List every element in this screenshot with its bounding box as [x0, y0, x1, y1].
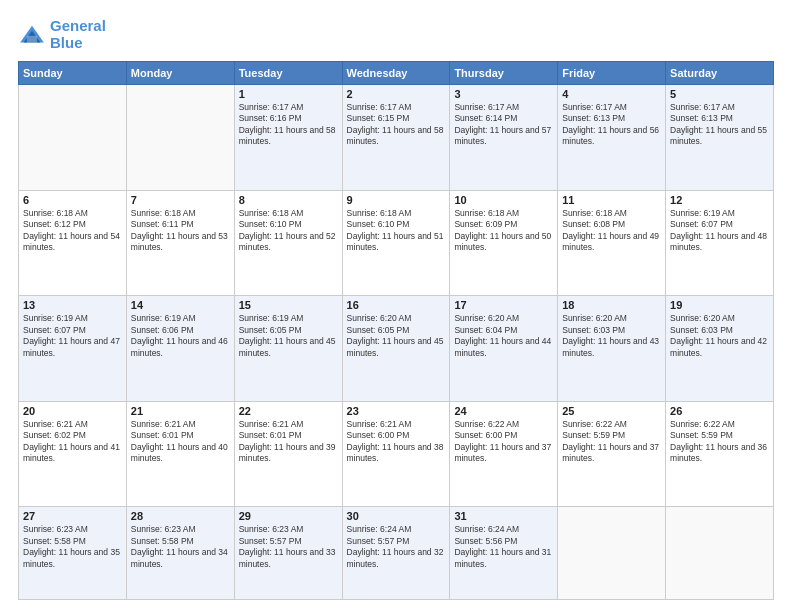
calendar-cell: 23Sunrise: 6:21 AM Sunset: 6:00 PM Dayli… [342, 401, 450, 507]
calendar-cell: 2Sunrise: 6:17 AM Sunset: 6:15 PM Daylig… [342, 85, 450, 191]
col-sunday: Sunday [19, 62, 127, 85]
day-info: Sunrise: 6:18 AM Sunset: 6:10 PM Dayligh… [239, 208, 338, 254]
day-info: Sunrise: 6:22 AM Sunset: 5:59 PM Dayligh… [670, 419, 769, 465]
calendar-cell: 15Sunrise: 6:19 AM Sunset: 6:05 PM Dayli… [234, 296, 342, 402]
calendar-cell: 13Sunrise: 6:19 AM Sunset: 6:07 PM Dayli… [19, 296, 127, 402]
calendar-cell: 10Sunrise: 6:18 AM Sunset: 6:09 PM Dayli… [450, 190, 558, 296]
day-info: Sunrise: 6:18 AM Sunset: 6:11 PM Dayligh… [131, 208, 230, 254]
calendar-cell: 17Sunrise: 6:20 AM Sunset: 6:04 PM Dayli… [450, 296, 558, 402]
calendar-week-1: 1Sunrise: 6:17 AM Sunset: 6:16 PM Daylig… [19, 85, 774, 191]
day-info: Sunrise: 6:20 AM Sunset: 6:03 PM Dayligh… [562, 313, 661, 359]
day-info: Sunrise: 6:17 AM Sunset: 6:13 PM Dayligh… [670, 102, 769, 148]
day-number: 29 [239, 510, 338, 522]
calendar-week-2: 6Sunrise: 6:18 AM Sunset: 6:12 PM Daylig… [19, 190, 774, 296]
calendar-cell: 8Sunrise: 6:18 AM Sunset: 6:10 PM Daylig… [234, 190, 342, 296]
calendar-cell: 6Sunrise: 6:18 AM Sunset: 6:12 PM Daylig… [19, 190, 127, 296]
calendar-cell: 14Sunrise: 6:19 AM Sunset: 6:06 PM Dayli… [126, 296, 234, 402]
logo-icon [18, 24, 46, 46]
calendar-week-5: 27Sunrise: 6:23 AM Sunset: 5:58 PM Dayli… [19, 507, 774, 600]
calendar-cell: 26Sunrise: 6:22 AM Sunset: 5:59 PM Dayli… [666, 401, 774, 507]
day-info: Sunrise: 6:21 AM Sunset: 6:01 PM Dayligh… [239, 419, 338, 465]
calendar-cell: 16Sunrise: 6:20 AM Sunset: 6:05 PM Dayli… [342, 296, 450, 402]
day-info: Sunrise: 6:23 AM Sunset: 5:57 PM Dayligh… [239, 524, 338, 570]
day-number: 23 [347, 405, 446, 417]
calendar-cell: 28Sunrise: 6:23 AM Sunset: 5:58 PM Dayli… [126, 507, 234, 600]
day-info: Sunrise: 6:17 AM Sunset: 6:13 PM Dayligh… [562, 102, 661, 148]
col-monday: Monday [126, 62, 234, 85]
calendar-cell [666, 507, 774, 600]
day-number: 28 [131, 510, 230, 522]
page: General Blue Sunday Monday Tuesday Wedne… [0, 0, 792, 612]
day-number: 6 [23, 194, 122, 206]
logo-text: General Blue [50, 18, 106, 51]
day-number: 4 [562, 88, 661, 100]
day-info: Sunrise: 6:24 AM Sunset: 5:56 PM Dayligh… [454, 524, 553, 570]
calendar-cell: 30Sunrise: 6:24 AM Sunset: 5:57 PM Dayli… [342, 507, 450, 600]
day-number: 8 [239, 194, 338, 206]
day-info: Sunrise: 6:18 AM Sunset: 6:10 PM Dayligh… [347, 208, 446, 254]
day-info: Sunrise: 6:23 AM Sunset: 5:58 PM Dayligh… [131, 524, 230, 570]
day-info: Sunrise: 6:19 AM Sunset: 6:06 PM Dayligh… [131, 313, 230, 359]
calendar-cell [126, 85, 234, 191]
header-row: Sunday Monday Tuesday Wednesday Thursday… [19, 62, 774, 85]
day-info: Sunrise: 6:18 AM Sunset: 6:12 PM Dayligh… [23, 208, 122, 254]
calendar-cell: 9Sunrise: 6:18 AM Sunset: 6:10 PM Daylig… [342, 190, 450, 296]
day-number: 18 [562, 299, 661, 311]
day-info: Sunrise: 6:24 AM Sunset: 5:57 PM Dayligh… [347, 524, 446, 570]
calendar-cell: 18Sunrise: 6:20 AM Sunset: 6:03 PM Dayli… [558, 296, 666, 402]
day-info: Sunrise: 6:21 AM Sunset: 6:00 PM Dayligh… [347, 419, 446, 465]
day-number: 15 [239, 299, 338, 311]
col-tuesday: Tuesday [234, 62, 342, 85]
calendar-cell: 31Sunrise: 6:24 AM Sunset: 5:56 PM Dayli… [450, 507, 558, 600]
day-info: Sunrise: 6:22 AM Sunset: 5:59 PM Dayligh… [562, 419, 661, 465]
day-number: 3 [454, 88, 553, 100]
calendar-week-3: 13Sunrise: 6:19 AM Sunset: 6:07 PM Dayli… [19, 296, 774, 402]
day-number: 16 [347, 299, 446, 311]
day-number: 22 [239, 405, 338, 417]
calendar-cell: 24Sunrise: 6:22 AM Sunset: 6:00 PM Dayli… [450, 401, 558, 507]
day-number: 12 [670, 194, 769, 206]
day-info: Sunrise: 6:18 AM Sunset: 6:09 PM Dayligh… [454, 208, 553, 254]
day-number: 26 [670, 405, 769, 417]
day-number: 31 [454, 510, 553, 522]
calendar-cell: 5Sunrise: 6:17 AM Sunset: 6:13 PM Daylig… [666, 85, 774, 191]
calendar-cell: 20Sunrise: 6:21 AM Sunset: 6:02 PM Dayli… [19, 401, 127, 507]
calendar-cell: 21Sunrise: 6:21 AM Sunset: 6:01 PM Dayli… [126, 401, 234, 507]
calendar-cell: 3Sunrise: 6:17 AM Sunset: 6:14 PM Daylig… [450, 85, 558, 191]
day-number: 24 [454, 405, 553, 417]
calendar-cell: 4Sunrise: 6:17 AM Sunset: 6:13 PM Daylig… [558, 85, 666, 191]
col-friday: Friday [558, 62, 666, 85]
day-info: Sunrise: 6:18 AM Sunset: 6:08 PM Dayligh… [562, 208, 661, 254]
day-number: 30 [347, 510, 446, 522]
day-number: 10 [454, 194, 553, 206]
day-number: 13 [23, 299, 122, 311]
svg-rect-2 [27, 35, 37, 42]
day-info: Sunrise: 6:19 AM Sunset: 6:07 PM Dayligh… [670, 208, 769, 254]
header: General Blue [18, 18, 774, 51]
calendar-cell: 27Sunrise: 6:23 AM Sunset: 5:58 PM Dayli… [19, 507, 127, 600]
calendar-cell: 25Sunrise: 6:22 AM Sunset: 5:59 PM Dayli… [558, 401, 666, 507]
day-number: 7 [131, 194, 230, 206]
day-number: 27 [23, 510, 122, 522]
day-info: Sunrise: 6:20 AM Sunset: 6:04 PM Dayligh… [454, 313, 553, 359]
col-thursday: Thursday [450, 62, 558, 85]
calendar-week-4: 20Sunrise: 6:21 AM Sunset: 6:02 PM Dayli… [19, 401, 774, 507]
calendar-cell [19, 85, 127, 191]
day-number: 17 [454, 299, 553, 311]
day-info: Sunrise: 6:17 AM Sunset: 6:14 PM Dayligh… [454, 102, 553, 148]
day-number: 9 [347, 194, 446, 206]
day-number: 2 [347, 88, 446, 100]
day-info: Sunrise: 6:17 AM Sunset: 6:16 PM Dayligh… [239, 102, 338, 148]
day-info: Sunrise: 6:17 AM Sunset: 6:15 PM Dayligh… [347, 102, 446, 148]
day-number: 14 [131, 299, 230, 311]
logo: General Blue [18, 18, 106, 51]
day-info: Sunrise: 6:20 AM Sunset: 6:05 PM Dayligh… [347, 313, 446, 359]
day-number: 21 [131, 405, 230, 417]
calendar-cell: 12Sunrise: 6:19 AM Sunset: 6:07 PM Dayli… [666, 190, 774, 296]
day-info: Sunrise: 6:21 AM Sunset: 6:02 PM Dayligh… [23, 419, 122, 465]
day-info: Sunrise: 6:23 AM Sunset: 5:58 PM Dayligh… [23, 524, 122, 570]
day-info: Sunrise: 6:20 AM Sunset: 6:03 PM Dayligh… [670, 313, 769, 359]
day-info: Sunrise: 6:22 AM Sunset: 6:00 PM Dayligh… [454, 419, 553, 465]
day-number: 11 [562, 194, 661, 206]
day-number: 25 [562, 405, 661, 417]
